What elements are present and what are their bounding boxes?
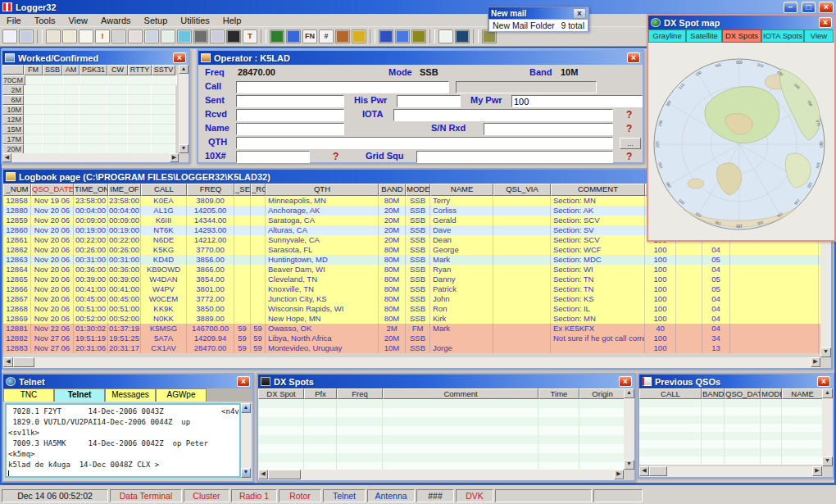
logbook-row-12865[interactable]: 12865Nov 20 0600:39:0000:39:00W4DAN3854.… [3, 275, 820, 284]
worked-mode-header-ssb[interactable]: SSB [43, 65, 62, 75]
logbook-col-qso_date[interactable]: QSO_DATE [31, 184, 74, 196]
previous-qsos-empty-row[interactable] [639, 399, 822, 407]
logbook-row-12869[interactable]: 12869Nov 20 0600:52:0000:52:00N0KK3889.0… [3, 314, 820, 324]
previous-qsos-empty-row[interactable] [639, 440, 822, 448]
dx-spots-col-comment[interactable]: Comment [383, 388, 538, 399]
grid-help-mark[interactable]: ? [626, 151, 632, 162]
dx-map-titlebar[interactable]: DX Spot map × [648, 16, 834, 30]
dx-spots-col-pfx[interactable]: Pfx [304, 388, 337, 399]
dx-spots-close-icon[interactable]: × [619, 376, 632, 387]
dx-map-tab-iota-spots[interactable]: IOTA Spots [761, 30, 804, 43]
qth-input[interactable] [236, 137, 613, 149]
band-plan-icon[interactable]: # [319, 30, 334, 43]
worked-band-header-17m[interactable]: 17M [2, 134, 24, 144]
logbook-hscrollbar[interactable]: ◀ ▶ [3, 357, 820, 368]
logbook-row-12882[interactable]: 12882Nov 27 0619:51:1919:51:255A7A14209.… [3, 334, 820, 343]
stats-icon[interactable] [352, 30, 366, 43]
dx-spots-col-origin[interactable]: Origin [579, 388, 624, 399]
status-item-antenna[interactable]: Antenna [367, 489, 415, 502]
dx-spots-empty-row[interactable] [258, 399, 624, 408]
cluster-window-icon[interactable] [270, 30, 284, 43]
grid-input[interactable] [416, 151, 613, 163]
menu-item-help[interactable]: Help [216, 15, 248, 26]
logbook-col-comment[interactable]: COMMENT [551, 184, 645, 196]
dx-spots-empty-row[interactable] [258, 444, 624, 453]
sent-input[interactable] [236, 95, 344, 107]
copy-icon[interactable] [2, 30, 17, 43]
dx-spots-empty-row[interactable] [258, 435, 624, 444]
worked-titlebar[interactable]: Worked/Confirmed × [2, 51, 189, 65]
new-mail-close-icon[interactable]: × [573, 8, 586, 19]
previous-qsos-col-call[interactable]: CALL [639, 388, 702, 399]
logbook-row-12866[interactable]: 12866Nov 20 0600:41:0000:41:00W4PV3801.0… [3, 284, 820, 294]
menu-item-utilities[interactable]: Utilities [174, 15, 216, 26]
logbook-col-_num[interactable]: _NUM [3, 184, 31, 196]
logbook-row-12867[interactable]: 12867Nov 20 0600:45:0000:45:00W0CEM3772.… [3, 294, 820, 304]
pin-icon[interactable] [46, 30, 61, 43]
status-item-cluster[interactable]: Cluster [184, 489, 229, 502]
telnet-titlebar[interactable]: Telnet × [3, 375, 252, 388]
previous-qsos-col-mode[interactable]: MODE [761, 388, 782, 399]
logbook-col-band[interactable]: BAND [379, 184, 406, 196]
log-page-icon[interactable] [79, 30, 93, 43]
telnet-tab-tnc[interactable]: TNC [3, 388, 54, 402]
dx-spots-vscrollbar[interactable]: ▲ ▼ [624, 388, 634, 470]
worked-mode-header-am[interactable]: AM [62, 65, 80, 75]
previous-qsos-empty-row[interactable] [639, 415, 822, 424]
worked-mode-header-psk31[interactable]: PSK31 [80, 65, 107, 75]
previous-qsos-empty-row[interactable] [639, 448, 822, 456]
new-mail-folder-row[interactable]: New Mail Folder 9 total [488, 19, 588, 32]
logbook-col-mode[interactable]: MODE [406, 184, 430, 196]
previous-qsos-col-band[interactable]: BAND [702, 388, 725, 399]
previous-qsos-col-qso_date[interactable]: QSO_DATE [725, 388, 761, 399]
globe-mic-icon[interactable] [144, 30, 159, 43]
menu-item-awards[interactable]: Awards [94, 15, 137, 26]
note-alert-icon[interactable]: ! [95, 30, 110, 43]
logbook-col-ime_of[interactable]: IME_OF [108, 184, 141, 196]
dx-spots-empty-row[interactable] [258, 417, 624, 426]
worked-grid-icon[interactable] [161, 30, 175, 43]
status-item-data-terminal[interactable]: Data Terminal [110, 489, 182, 502]
fn-keys-icon[interactable]: FN [302, 30, 317, 43]
previous-qsos-hscrollbar[interactable]: ◀ ▶ [639, 466, 822, 477]
worked-mode-header-sstv[interactable]: SSTV [152, 65, 175, 75]
schedule-icon[interactable] [395, 30, 410, 43]
new-mail-titlebar[interactable]: New mail × [488, 7, 588, 19]
dx-spots-col-freq[interactable]: Freq [337, 388, 383, 399]
telnet-close-icon[interactable]: × [237, 376, 250, 387]
call-input[interactable] [236, 81, 449, 93]
status-item-radio-1[interactable]: Radio 1 [231, 489, 277, 502]
menu-item-view[interactable]: View [61, 15, 94, 26]
dx-map-area[interactable]: 0000150300450600750901051201351501651801… [648, 43, 834, 240]
his-pwr-input[interactable] [397, 95, 461, 107]
status-item--[interactable]: ### [416, 489, 454, 502]
save-log-icon[interactable] [19, 30, 34, 43]
logbook-row-12868[interactable]: 12868Nov 20 0600:51:0000:51:00KK9K3850.0… [3, 304, 820, 314]
name-input[interactable] [236, 123, 344, 135]
telnet-vscrollbar[interactable]: ▲ ▼ [241, 403, 251, 478]
dx-spots-empty-row[interactable] [258, 453, 624, 462]
tenx-input[interactable] [236, 151, 310, 163]
previous-qsos-empty-row[interactable] [639, 432, 822, 440]
sn-help-mark[interactable]: ? [626, 123, 632, 134]
tenx-help-mark[interactable]: ? [333, 151, 338, 162]
status-item-dvk[interactable]: DVK [456, 489, 493, 502]
connect-icon[interactable] [210, 30, 225, 43]
worked-hscrollbar[interactable]: ◀ ▶ [2, 153, 179, 162]
logbook-col-call[interactable]: CALL [141, 184, 187, 196]
map-window-icon[interactable] [286, 30, 301, 43]
dx-spots-titlebar[interactable]: DX Spots × [258, 375, 634, 388]
dx-map-tab-satellite[interactable]: Satellite [686, 30, 722, 43]
sound-icon[interactable] [128, 30, 143, 43]
previous-qsos-col-name[interactable]: NAME [782, 388, 822, 399]
dx-spots-empty-row[interactable] [258, 462, 624, 470]
status-item-telnet[interactable]: Telnet [323, 489, 366, 502]
previous-qsos-vscrollbar[interactable]: ▲ ▼ [822, 388, 833, 466]
menu-item-setup[interactable]: Setup [138, 15, 175, 26]
previous-qsos-empty-row[interactable] [639, 407, 822, 415]
previous-qsos-empty-row[interactable] [639, 424, 822, 432]
iota-help-mark[interactable]: ? [626, 109, 632, 120]
operator-close-icon[interactable]: × [627, 52, 640, 63]
logbook-col-qsl_via[interactable]: QSL_VIA [493, 184, 551, 196]
logbook-row-12862[interactable]: 12862Nov 20 0600:26:0000:26:00K5KG3770.0… [3, 245, 820, 255]
